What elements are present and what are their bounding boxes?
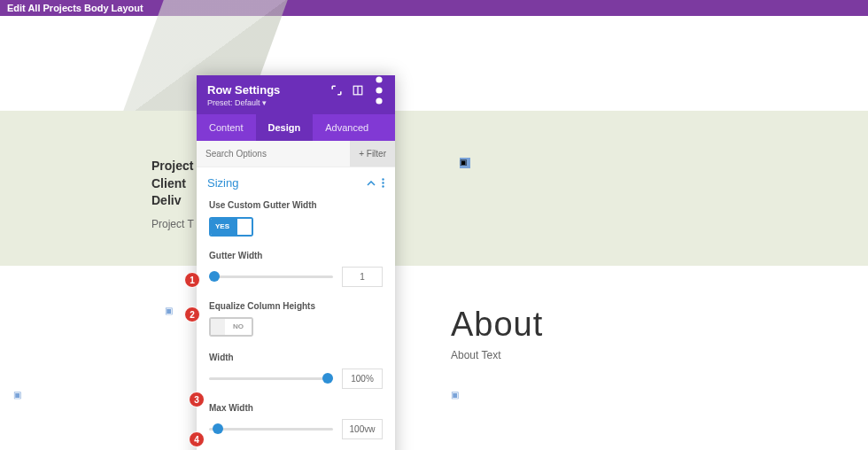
opt-max-width: Max Width: [197, 398, 395, 448]
tab-advanced[interactable]: Advanced: [313, 114, 381, 141]
section-title: Sizing: [207, 176, 238, 190]
opt-label: Gutter Width: [209, 251, 383, 260]
width-value[interactable]: [342, 369, 383, 389]
kebab-icon[interactable]: [374, 85, 384, 96]
placeholder-image-icon: ▣: [13, 390, 26, 402]
slider-max-width[interactable]: [209, 428, 333, 431]
toggle-custom-gutter[interactable]: YES: [209, 217, 253, 237]
about-text: About Text: [451, 349, 543, 361]
slider-thumb[interactable]: [213, 423, 223, 434]
top-bar: Edit All Projects Body Layout: [0, 0, 868, 16]
slider-gutter-width[interactable]: [209, 275, 333, 278]
snap-icon[interactable]: [353, 85, 363, 96]
project-heading: Project Client Deliv: [151, 158, 193, 210]
opt-label: Equalize Column Heights: [209, 301, 383, 311]
callout-3: 3: [189, 392, 205, 407]
placeholder-image-icon: ▣: [451, 390, 463, 402]
search-input[interactable]: [197, 141, 350, 167]
expand-icon[interactable]: [331, 85, 342, 96]
svg-point-6: [382, 182, 384, 183]
svg-point-3: [376, 87, 382, 93]
opt-label: Width: [209, 353, 383, 362]
kebab-icon[interactable]: [382, 178, 384, 188]
placeholder-image-icon: ▣: [460, 158, 470, 168]
modal-title: Row Settings: [207, 83, 280, 97]
opt-equalize: Equalize Column Heights NO: [197, 296, 395, 347]
callout-2: 2: [184, 306, 200, 322]
toggle-equalize[interactable]: NO: [209, 317, 253, 337]
preset-label[interactable]: Preset: Default ▾: [207, 98, 384, 107]
gutter-width-value[interactable]: [342, 267, 383, 287]
hero-section: [0, 111, 868, 266]
modal-header[interactable]: Row Settings Preset: Default ▾: [197, 75, 395, 114]
opt-gutter-width: Gutter Width: [197, 245, 395, 296]
opt-custom-gutter: Use Custom Gutter Width YES: [197, 195, 395, 245]
svg-point-5: [382, 178, 384, 180]
about-title: About: [451, 306, 543, 344]
opt-label: Use Custom Gutter Width: [209, 200, 383, 210]
tab-content[interactable]: Content: [197, 114, 256, 141]
search-row: + Filter: [197, 141, 395, 167]
topbar-title: Edit All Projects Body Layout: [7, 3, 143, 13]
callout-1: 1: [184, 272, 200, 288]
placeholder-image-icon: ▣: [165, 306, 177, 318]
tab-bar: Content Design Advanced: [197, 114, 395, 141]
svg-point-2: [376, 76, 382, 82]
about-block: About About Text: [451, 306, 543, 361]
callout-4: 4: [189, 431, 205, 447]
opt-label: Max Width: [209, 403, 383, 413]
tab-design[interactable]: Design: [256, 114, 314, 141]
chevron-up-icon[interactable]: [367, 181, 376, 186]
slider-thumb[interactable]: [209, 271, 220, 282]
svg-point-7: [382, 185, 384, 187]
slider-thumb[interactable]: [322, 373, 333, 384]
slider-width[interactable]: [209, 377, 333, 380]
max-width-value[interactable]: [342, 419, 383, 439]
bg-decoration: [0, 16, 868, 122]
project-subtext: Project T: [151, 218, 194, 230]
opt-width: Width: [197, 347, 395, 398]
section-sizing-header[interactable]: Sizing: [197, 167, 395, 195]
filter-button[interactable]: + Filter: [350, 141, 395, 167]
row-settings-modal: Row Settings Preset: Default ▾ Content D…: [197, 75, 395, 450]
